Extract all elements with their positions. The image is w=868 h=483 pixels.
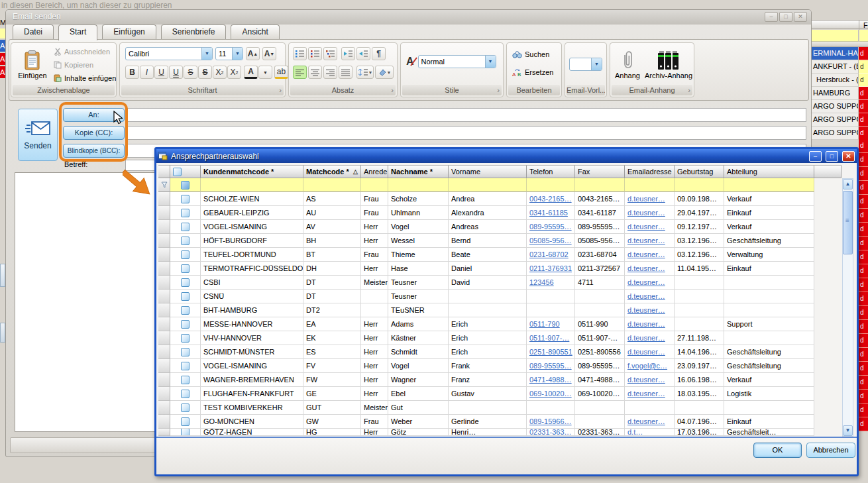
cell-vorname[interactable]: Frank: [449, 359, 527, 373]
cell-kundenmatchcode[interactable]: VOGEL-ISMANING: [201, 359, 303, 373]
cell-nachname[interactable]: TEuSNER: [388, 303, 449, 317]
chevron-down-icon[interactable]: ▼: [485, 56, 496, 68]
row-checkbox-cell[interactable]: [170, 220, 201, 234]
row-checkbox-cell[interactable]: [170, 234, 201, 248]
row-indicator[interactable]: [158, 401, 170, 415]
row-checkbox[interactable]: [181, 250, 190, 259]
expand-chevron-icon[interactable]: ›: [688, 85, 690, 95]
link[interactable]: 0511-907-…: [529, 334, 569, 342]
cell-abteilung[interactable]: Einkauf: [724, 206, 814, 220]
cell-matchcode[interactable]: DT: [303, 290, 361, 303]
cell-vorname[interactable]: Beate: [449, 248, 527, 262]
tab-datei[interactable]: Datei: [13, 25, 54, 39]
cell-kundenmatchcode[interactable]: GEBAUER-LEIPZIG: [201, 206, 303, 220]
col-geburtstag[interactable]: Geburtstag: [675, 165, 724, 178]
link[interactable]: 069-10020…: [529, 390, 572, 398]
cell-anrede[interactable]: Frau: [361, 206, 388, 220]
numbered-list-button[interactable]: [308, 47, 322, 60]
row-checkbox-cell[interactable]: [170, 387, 201, 401]
cell-matchcode[interactable]: GUT: [303, 401, 361, 415]
cell-geburtstag[interactable]: 17.03.196…: [675, 429, 724, 436]
row-checkbox[interactable]: [181, 209, 190, 217]
cell-nachname[interactable]: Scholze: [388, 192, 449, 206]
row-checkbox-cell[interactable]: [170, 206, 201, 220]
row-checkbox[interactable]: [181, 320, 190, 329]
link[interactable]: d.teusner…: [627, 334, 665, 342]
cell-vorname[interactable]: David: [449, 276, 527, 290]
cell-geburtstag[interactable]: 18.03.195…: [675, 387, 724, 401]
cell-geburtstag[interactable]: 11.04.195…: [675, 262, 724, 276]
cell-vorname[interactable]: Andrea: [449, 192, 527, 206]
cell-nachname[interactable]: Teusner: [388, 276, 449, 290]
link[interactable]: 0231-68702: [529, 250, 569, 258]
table-row[interactable]: TEUFEL-DORTMUND BT Frau Thieme Beate 023…: [158, 248, 814, 262]
table-row[interactable]: BHT-HAMBURG DT2 TEuSNER d.teusner…: [158, 303, 814, 317]
cell-vorname[interactable]: [449, 303, 527, 317]
cell-geburtstag[interactable]: [675, 317, 724, 331]
cell-anrede[interactable]: Herr: [361, 331, 388, 345]
cell-vorname[interactable]: Erich: [449, 345, 527, 359]
cell-kundenmatchcode[interactable]: TEST KOMBIVERKEHR: [201, 401, 303, 415]
row-indicator[interactable]: [158, 373, 170, 387]
cell-matchcode[interactable]: FV: [303, 359, 361, 373]
dialog-close-button[interactable]: ✕: [842, 151, 855, 162]
row-indicator[interactable]: [158, 387, 170, 401]
row-checkbox[interactable]: [181, 334, 190, 343]
cell-abteilung[interactable]: [724, 331, 814, 345]
copy-button[interactable]: Kopieren: [52, 59, 117, 70]
cell-fax[interactable]: 4711: [575, 276, 625, 290]
cell-anrede[interactable]: Meister: [361, 401, 388, 415]
link[interactable]: 089-95595…: [529, 223, 572, 231]
cell-anrede[interactable]: [361, 290, 388, 303]
cell-abteilung[interactable]: Einkauf: [724, 262, 814, 276]
scrollbar-thumb[interactable]: [843, 191, 853, 254]
cell-fax[interactable]: 089-95595…: [575, 359, 625, 373]
cell-vorname[interactable]: Erich: [449, 317, 527, 331]
filter-cell[interactable]: [449, 178, 527, 192]
row-indicator[interactable]: [158, 359, 170, 373]
cell-telefon[interactable]: 0043-2165…: [527, 192, 575, 206]
row-checkbox[interactable]: [181, 237, 190, 245]
cell-kundenmatchcode[interactable]: WAGNER-BREMERHAVEN: [201, 373, 303, 387]
cell-matchcode[interactable]: FW: [303, 373, 361, 387]
cell-emailadresse[interactable]: d.teusner…: [625, 415, 675, 429]
cell-kundenmatchcode[interactable]: CSNÜ: [201, 290, 303, 303]
chevron-down-icon[interactable]: ▼: [201, 48, 212, 60]
cell-emailadresse[interactable]: d.teusner…: [625, 220, 675, 234]
tab-serienbriefe[interactable]: Serienbriefe: [161, 25, 227, 39]
minimize-button[interactable]: –: [765, 12, 778, 22]
cell-kundenmatchcode[interactable]: BHT-HAMBURG: [201, 303, 303, 317]
cell-vorname[interactable]: Bernd: [449, 234, 527, 248]
cell-matchcode[interactable]: AS: [303, 192, 361, 206]
link[interactable]: 0341-61185: [529, 209, 568, 217]
cell-emailadresse[interactable]: d.teusner…: [625, 331, 675, 345]
select-all-checkbox[interactable]: [173, 168, 182, 176]
cell-abteilung[interactable]: Logistik: [724, 387, 814, 401]
cell-telefon[interactable]: 089-95595…: [527, 359, 575, 373]
cell-telefon[interactable]: 0211-376931: [527, 262, 575, 276]
link[interactable]: d.teusner…: [627, 278, 665, 286]
cell-anrede[interactable]: Frau: [361, 415, 388, 429]
cell-emailadresse[interactable]: d.teusner…: [625, 192, 675, 206]
align-right-button[interactable]: [323, 66, 337, 79]
cell-telefon[interactable]: 069-10020…: [527, 387, 575, 401]
cell-telefon[interactable]: [527, 303, 575, 317]
attach-button[interactable]: Anhang: [612, 46, 643, 84]
cell-nachname[interactable]: Adams: [388, 317, 449, 331]
header-select-cell[interactable]: [170, 165, 201, 178]
row-indicator[interactable]: [158, 192, 170, 206]
link[interactable]: 0043-2165…: [529, 195, 572, 203]
filter-cell[interactable]: [675, 178, 724, 192]
row-indicator[interactable]: [158, 220, 170, 234]
cell-anrede[interactable]: Herr: [361, 359, 388, 373]
cell-nachname[interactable]: Kästner: [388, 331, 449, 345]
cell-fax[interactable]: 0211-372567: [575, 262, 625, 276]
find-button[interactable]: Suchen: [511, 48, 555, 60]
row-checkbox-cell[interactable]: [170, 248, 201, 262]
cell-fax[interactable]: 0471-4988…: [575, 373, 625, 387]
filter-cell[interactable]: [724, 178, 814, 192]
link[interactable]: 0211-376931: [529, 264, 572, 272]
cell-geburtstag[interactable]: 04.07.196…: [675, 415, 724, 429]
link[interactable]: d.teusner…: [627, 264, 665, 272]
cell-nachname[interactable]: Götz: [388, 429, 449, 436]
